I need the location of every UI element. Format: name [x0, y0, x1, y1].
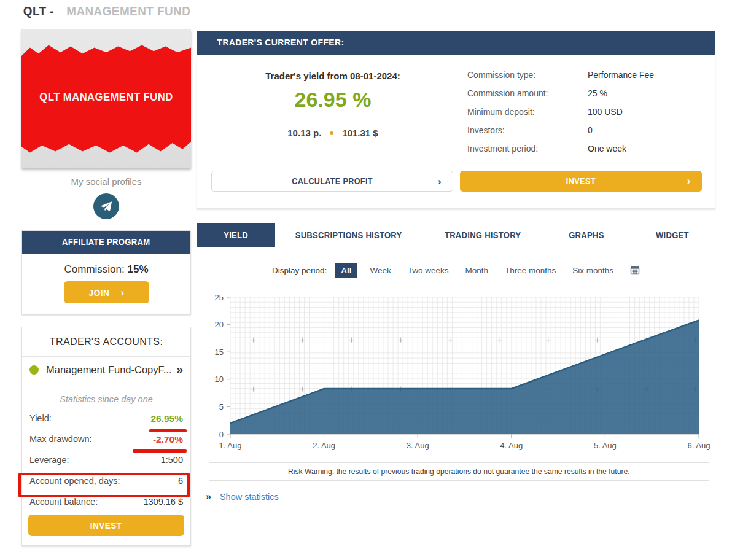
yield-value: 26.95 % — [203, 88, 462, 112]
tab-subscriptions-history[interactable]: SUBSCRIPTIONS HISTORY — [275, 223, 422, 247]
chevron-right-icon: › — [120, 287, 124, 298]
stat-row: Leverage:1:500 — [29, 454, 183, 467]
stat-label: Max drawdown: — [29, 433, 92, 446]
y-axis-label: 20 — [215, 320, 224, 329]
page-title-primary: QLT - — [23, 4, 54, 18]
bullet-dot-icon — [330, 131, 333, 135]
divider — [297, 120, 369, 120]
avatar-caption: QLT MANAGEMENT FUND — [30, 90, 182, 104]
tab-yield[interactable]: YIELD — [197, 223, 275, 247]
sidebar: QLT MANAGEMENT FUND My social profiles A… — [21, 29, 191, 546]
statistics-title: Statistics since day one — [22, 394, 190, 404]
offer-panel-header: TRADER'S CURRENT OFFER: — [197, 31, 715, 55]
yield-title: Trader's yield from 08-01-2024: — [203, 71, 462, 81]
account-status-dot — [29, 365, 39, 375]
traders-accounts-header: TRADER'S ACCOUNTS: — [22, 327, 190, 357]
offer-detail-value: One week — [588, 144, 626, 153]
affiliate-commission-label: Commission: — [64, 263, 124, 275]
account-name: Management Fund-CopyF... — [46, 364, 176, 376]
y-axis-label: 5 — [219, 402, 224, 411]
telegram-icon[interactable] — [93, 193, 119, 219]
account-statistics: Yield:26.95%Max drawdown:-2.70%Leverage:… — [22, 412, 190, 508]
show-statistics[interactable]: » Show statistics — [206, 491, 715, 502]
x-axis-label: 4. Aug — [500, 441, 523, 450]
display-period-label: Display period: — [272, 266, 327, 275]
display-period-options: AllWeekTwo weeksMonthThree monthsSix mon… — [335, 266, 630, 275]
risk-warning-box: Risk Warning: the results of previous tr… — [209, 462, 709, 481]
y-axis-label: 25 — [215, 293, 224, 302]
offer-detail-value: 25 % — [588, 89, 607, 98]
yield-points-row: 10.13 p.101.31 $ — [203, 128, 462, 138]
join-button[interactable]: JOIN› — [64, 281, 149, 303]
yield-points: 10.13 p. — [287, 128, 321, 138]
period-option-week[interactable]: Week — [370, 266, 391, 275]
traders-accounts-panel: TRADER'S ACCOUNTS: Management Fund-CopyF… — [21, 327, 191, 546]
stat-label: Account opened, days: — [29, 475, 120, 488]
account-row[interactable]: Management Fund-CopyF... » — [22, 357, 190, 383]
stat-label: Yield: — [29, 412, 52, 425]
x-axis-label: 1. Aug — [219, 441, 242, 450]
stat-row: Account opened, days:6 — [29, 475, 183, 488]
calculate-profit-button[interactable]: CALCULATE PROFIT› — [211, 171, 453, 192]
affiliate-program-panel: AFFILIATE PROGRAM Commission: 15% JOIN› — [21, 230, 191, 314]
page-title-secondary: MANAGEMENT FUND — [66, 4, 190, 18]
offer-detail-row: Commission amount:25 % — [467, 89, 715, 98]
stat-label: Account balance: — [29, 496, 98, 508]
y-axis-label: 15 — [215, 348, 224, 357]
stat-value: 26.95% — [150, 412, 183, 425]
y-axis-label: 0 — [219, 430, 224, 439]
offer-detail-value: 100 USD — [588, 107, 623, 116]
offer-detail-label: Investors: — [467, 126, 588, 134]
x-axis-label: 2. Aug — [313, 441, 335, 450]
affiliate-program-header: AFFILIATE PROGRAM — [22, 231, 190, 254]
tab-trading-history[interactable]: TRADING HISTORY — [422, 223, 543, 247]
social-profiles-label: My social profiles — [21, 176, 191, 187]
offer-detail-label: Investment period: — [467, 144, 588, 153]
x-axis-label: 6. Aug — [688, 441, 711, 450]
stat-value: 1:500 — [161, 454, 183, 467]
period-option-six-months[interactable]: Six months — [572, 266, 613, 275]
traders-current-offer-panel: TRADER'S CURRENT OFFER: Trader's yield f… — [197, 31, 715, 209]
yield-area-chart[interactable]: 05101520251. Aug2. Aug3. Aug4. Aug5. Aug… — [206, 287, 715, 450]
trader-avatar-image: QLT MANAGEMENT FUND — [21, 29, 191, 168]
stat-value: 1309.16 $ — [143, 496, 183, 508]
chevron-right-icon: › — [687, 176, 691, 186]
tab-graphs[interactable]: GRAPHS — [543, 223, 629, 247]
offer-details-list: Commission type:Performance FeeCommissio… — [462, 71, 715, 163]
offer-detail-row: Investors:0 — [467, 126, 715, 134]
offer-detail-value: Performance Fee — [588, 71, 654, 79]
x-axis-label: 5. Aug — [594, 441, 617, 450]
chevron-right-icon: › — [438, 176, 442, 187]
affiliate-commission-value: 15% — [127, 263, 148, 275]
display-period-row: Display period: AllWeekTwo weeksMonthThr… — [197, 262, 715, 278]
offer-detail-value: 0 — [588, 126, 593, 134]
offer-detail-label: Commission type: — [467, 71, 588, 79]
show-statistics-link[interactable]: Show statistics — [220, 492, 279, 502]
stat-value: 6 — [178, 475, 183, 488]
stat-value: -2.70% — [153, 433, 183, 446]
affiliate-commission: Commission: 15% — [22, 263, 190, 276]
stat-row: Yield:26.95% — [29, 412, 183, 425]
tab-widget[interactable]: WIDGET — [629, 223, 715, 247]
period-option-all[interactable]: All — [335, 263, 357, 278]
calendar-icon[interactable] — [630, 265, 640, 275]
offer-detail-label: Commission amount: — [467, 89, 588, 98]
period-option-three-months[interactable]: Three months — [505, 266, 556, 275]
stat-row: Account balance:1309.16 $ — [29, 496, 183, 508]
offer-detail-label: Minimum deposit: — [467, 107, 588, 116]
sidebar-invest-button[interactable]: INVEST — [28, 515, 184, 536]
offer-detail-row: Commission type:Performance Fee — [467, 71, 715, 79]
x-axis-label: 3. Aug — [407, 441, 429, 450]
chart-area-series — [230, 321, 699, 435]
double-chevron-icon: » — [206, 491, 211, 502]
y-axis-label: 10 — [215, 375, 224, 384]
offer-detail-row: Minimum deposit:100 USD — [467, 107, 715, 116]
offer-invest-button[interactable]: INVEST› — [460, 171, 702, 192]
period-option-month[interactable]: Month — [465, 266, 489, 275]
offer-detail-row: Investment period:One week — [467, 144, 715, 153]
yield-usd: 101.31 $ — [342, 128, 378, 138]
period-option-two-weeks[interactable]: Two weeks — [408, 266, 449, 275]
yield-chart: 05101520251. Aug2. Aug3. Aug4. Aug5. Aug… — [197, 287, 715, 450]
paper-plane-icon — [99, 200, 113, 213]
expand-account-icon[interactable]: » — [176, 363, 183, 376]
